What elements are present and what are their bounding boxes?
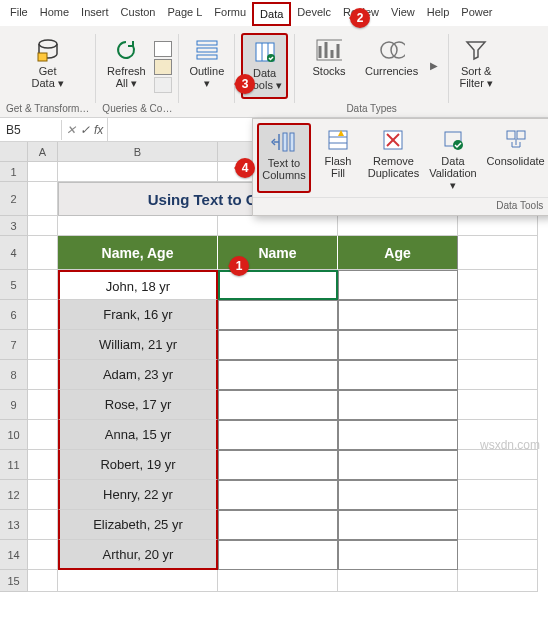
callout-1: 1 — [229, 256, 249, 276]
tab-strip: File Home Insert Custon Page L Formu Dat… — [0, 0, 548, 26]
cell-B11[interactable]: Robert, 19 yr — [58, 450, 218, 480]
stocks-button[interactable]: Stocks — [301, 33, 357, 99]
cell-B10[interactable]: Anna, 15 yr — [58, 420, 218, 450]
editlinks-icon[interactable] — [154, 77, 172, 93]
header-age[interactable]: Age — [338, 236, 458, 270]
svg-rect-1 — [38, 53, 47, 61]
group-data-types: Stocks Currencies ▶ Data Types — [297, 30, 446, 117]
tab-file[interactable]: File — [4, 2, 34, 26]
svg-rect-22 — [507, 131, 515, 139]
tab-view[interactable]: View — [385, 2, 421, 26]
row-4[interactable]: 4 — [0, 236, 28, 270]
remove-duplicates-icon — [380, 127, 406, 153]
callout-3: 3 — [235, 74, 255, 94]
col-A[interactable]: A — [28, 142, 58, 161]
watermark: wsxdn.com — [480, 438, 540, 452]
row-10[interactable]: 10 — [0, 420, 28, 450]
svg-point-10 — [381, 42, 397, 58]
row-13[interactable]: 13 — [0, 510, 28, 540]
data-tools-popup: Text to Columns Flash Fill Remove Duplic… — [252, 118, 548, 216]
ribbon: Get Data ▾ Get & Transform… Refresh All … — [0, 26, 548, 118]
row-9[interactable]: 9 — [0, 390, 28, 420]
row-11[interactable]: 11 — [0, 450, 28, 480]
svg-rect-14 — [329, 131, 347, 149]
funnel-icon — [463, 37, 489, 63]
row-1[interactable]: 1 — [0, 162, 28, 182]
group-queries: Refresh All ▾ Queries & Co… — [98, 30, 176, 117]
col-B[interactable]: B — [58, 142, 218, 161]
callout-2: 2 — [350, 8, 370, 28]
queries-icon[interactable] — [154, 41, 172, 57]
cell-B8[interactable]: Adam, 23 yr — [58, 360, 218, 390]
svg-point-0 — [39, 40, 57, 48]
select-all-corner[interactable] — [0, 142, 28, 161]
svg-rect-23 — [517, 131, 525, 139]
consolidate-icon — [503, 127, 529, 153]
row-14[interactable]: 14 — [0, 540, 28, 570]
enter-icon[interactable]: ✓ — [80, 123, 90, 137]
svg-rect-2 — [197, 41, 217, 45]
tab-custom[interactable]: Custon — [115, 2, 162, 26]
consolidate-button[interactable]: Consolidate — [484, 123, 547, 193]
row-8[interactable]: 8 — [0, 360, 28, 390]
tab-insert[interactable]: Insert — [75, 2, 115, 26]
tab-help[interactable]: Help — [421, 2, 456, 26]
remove-duplicates-button[interactable]: Remove Duplicates — [365, 123, 422, 193]
refresh-all-button[interactable]: Refresh All ▾ — [103, 33, 150, 99]
cell-B9[interactable]: Rose, 17 yr — [58, 390, 218, 420]
row-6[interactable]: 6 — [0, 300, 28, 330]
sort-filter-button[interactable]: Sort & Filter ▾ — [455, 33, 497, 99]
cell-B14[interactable]: Arthur, 20 yr — [58, 540, 218, 570]
cell-B6[interactable]: Frank, 16 yr — [58, 300, 218, 330]
text-to-columns-button[interactable]: Text to Columns — [257, 123, 311, 193]
data-validation-button[interactable]: Data Validation ▾ — [422, 123, 484, 193]
name-box[interactable]: B5 — [0, 120, 62, 140]
group-sort-filter: Sort & Filter ▾ — [451, 30, 501, 117]
header-name-age[interactable]: Name, Age — [58, 236, 218, 270]
row-5[interactable]: 5 — [0, 270, 28, 300]
outline-button[interactable]: Outline ▾ — [185, 33, 228, 99]
row-2[interactable]: 2 — [0, 182, 28, 216]
currencies-icon — [379, 37, 405, 63]
row-3[interactable]: 3 — [0, 216, 28, 236]
group-get-transform: Get Data ▾ Get & Transform… — [2, 30, 93, 117]
cell-B7[interactable]: William, 21 yr — [58, 330, 218, 360]
svg-rect-3 — [197, 48, 217, 52]
tab-home[interactable]: Home — [34, 2, 75, 26]
tab-power[interactable]: Power — [455, 2, 498, 26]
row-7[interactable]: 7 — [0, 330, 28, 360]
cell-B12[interactable]: Henry, 22 yr — [58, 480, 218, 510]
refresh-icon — [113, 37, 139, 63]
outline-icon — [194, 37, 220, 63]
stocks-icon — [316, 37, 342, 63]
tab-data[interactable]: Data — [252, 2, 291, 26]
data-tools-icon — [252, 39, 278, 65]
cell-B13[interactable]: Elizabeth, 25 yr — [58, 510, 218, 540]
group-outline: Outline ▾ — [181, 30, 232, 117]
svg-rect-12 — [283, 133, 287, 151]
fx-icon[interactable]: fx — [94, 123, 103, 137]
tab-page-layout[interactable]: Page L — [161, 2, 208, 26]
barrel-icon — [35, 37, 61, 63]
properties-icon[interactable] — [154, 59, 172, 75]
cancel-icon[interactable]: ✕ — [66, 123, 76, 137]
data-validation-icon — [440, 127, 466, 153]
popup-group-label: Data Tools — [253, 197, 548, 215]
currencies-button[interactable]: Currencies — [361, 33, 422, 99]
tab-developer[interactable]: Develc — [291, 2, 337, 26]
row-15[interactable]: 15 — [0, 570, 28, 592]
grid: 1 2 Using Text to Columns Feature 3 4 Na… — [0, 162, 548, 592]
row-12[interactable]: 12 — [0, 480, 28, 510]
callout-4: 4 — [235, 158, 255, 178]
overflow-icon[interactable]: ▶ — [426, 60, 442, 71]
tab-formulas[interactable]: Formu — [208, 2, 252, 26]
cell-B5[interactable]: John, 18 yr — [58, 270, 218, 300]
text-to-columns-icon — [271, 129, 297, 155]
svg-point-11 — [391, 42, 405, 58]
svg-rect-13 — [290, 133, 294, 151]
get-data-button[interactable]: Get Data ▾ — [27, 33, 69, 99]
flash-fill-button[interactable]: Flash Fill — [311, 123, 365, 193]
flash-fill-icon — [325, 127, 351, 153]
svg-rect-4 — [197, 55, 217, 59]
